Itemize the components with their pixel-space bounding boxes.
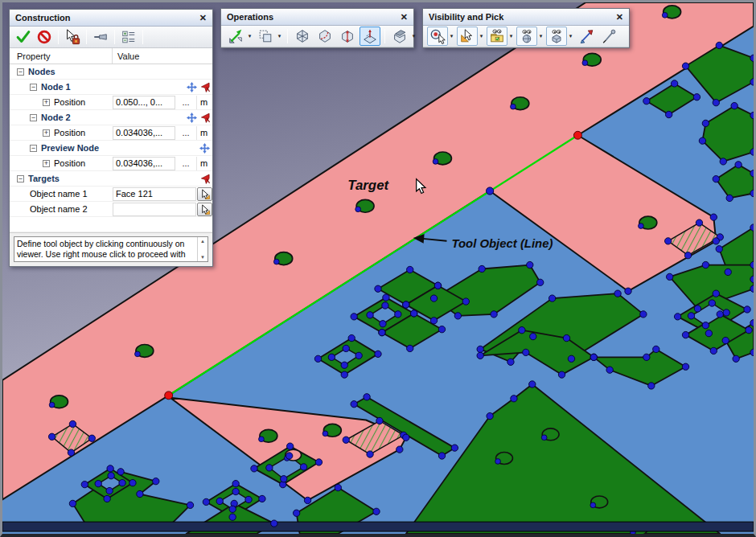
collapse-icon[interactable]: −: [30, 84, 37, 91]
vertex-dot: [341, 371, 347, 378]
value-column-header: Value: [113, 51, 212, 61]
vertex-dot: [403, 434, 409, 441]
collapse-icon[interactable]: −: [17, 68, 24, 76]
move-cross-icon[interactable]: [199, 143, 210, 154]
grid-row-preview-node[interactable]: −Preview Node: [10, 141, 212, 156]
pick-lock-icon[interactable]: [62, 27, 83, 47]
direction-arrow-icon[interactable]: [576, 27, 597, 46]
vertex-dot: [625, 288, 631, 294]
row-label: Node 2: [41, 113, 71, 122]
vertex-dot: [643, 354, 650, 360]
vertex-dot: [430, 295, 437, 301]
construction-titlebar[interactable]: Construction ✕: [10, 10, 212, 27]
grid-row-node-1[interactable]: −Node 1: [10, 80, 212, 95]
hint-box: Define tool object by clicking continuou…: [14, 236, 208, 262]
vertex-dot: [335, 484, 341, 490]
vertex-dot: [314, 355, 321, 362]
vertex-dot: [95, 481, 101, 487]
collapse-icon[interactable]: −: [30, 145, 37, 152]
shell-tool-icon[interactable]: [389, 27, 410, 46]
folder-visibility-icon[interactable]: [487, 27, 507, 46]
grid-row-position[interactable]: +Position0.050..., 0......m: [10, 95, 212, 110]
hint-scrollbar[interactable]: ▲ ▼: [197, 237, 207, 261]
close-icon[interactable]: ✕: [615, 12, 624, 23]
vertex-dot: [750, 261, 754, 268]
show-solid-dropdown-icon[interactable]: ▾: [567, 27, 574, 46]
close-icon[interactable]: ✕: [199, 13, 207, 23]
vertex-dot: [383, 294, 389, 301]
scroll-up-icon[interactable]: ▲: [200, 239, 205, 244]
close-icon[interactable]: ✕: [400, 12, 409, 23]
expand-icon[interactable]: +: [43, 129, 50, 137]
vertex-dot: [725, 268, 731, 275]
ellipsis-cell[interactable]: ...: [175, 158, 196, 168]
zoom-pick-icon[interactable]: [427, 27, 448, 46]
blend-tool-icon[interactable]: [314, 27, 335, 46]
pick-arrow-icon[interactable]: [199, 82, 210, 92]
show-body-icon[interactable]: [516, 27, 537, 46]
value-cell[interactable]: 0.034036,...: [113, 126, 175, 140]
vertex-dot: [479, 265, 485, 272]
pick-mode-dropdown-icon[interactable]: ▾: [478, 27, 485, 46]
grid-row-position[interactable]: +Position0.034036,......m: [10, 156, 212, 171]
show-body-dropdown-icon[interactable]: ▾: [537, 27, 544, 46]
copy-tool-dropdown-icon[interactable]: ▾: [276, 27, 283, 46]
vertex-dot: [693, 94, 700, 100]
shell-tool-dropdown-icon[interactable]: ▾: [410, 27, 417, 46]
pin-panel-icon[interactable]: [90, 27, 111, 47]
object-name-value[interactable]: [113, 203, 196, 216]
vertex-dot: [530, 333, 536, 339]
line-endpoint[interactable]: [165, 391, 173, 400]
vertex-dot: [746, 327, 752, 334]
pick-mode-icon[interactable]: [457, 27, 478, 46]
probe-pin-icon[interactable]: [598, 27, 619, 46]
cancel-icon[interactable]: [34, 27, 55, 47]
copy-tool-icon[interactable]: [255, 27, 276, 46]
pick-arrow-icon[interactable]: [199, 174, 210, 184]
ellipsis-cell[interactable]: ...: [175, 97, 196, 107]
move-cross-icon[interactable]: [187, 82, 197, 92]
grid-row-object-name-1[interactable]: Object name 1Face 121: [10, 187, 212, 202]
expand-icon[interactable]: +: [43, 99, 50, 106]
vertex-dot: [229, 514, 236, 520]
grid-row-position[interactable]: +Position0.034036,......m: [10, 125, 212, 141]
stretch-tool-icon[interactable]: [337, 27, 358, 46]
show-solid-icon[interactable]: [546, 27, 567, 46]
pick-object-button[interactable]: [197, 203, 212, 216]
collapse-icon[interactable]: −: [30, 114, 37, 121]
grid-row-nodes[interactable]: −Nodes: [10, 64, 212, 80]
visibility-titlebar[interactable]: Visibility and Pick ✕: [423, 9, 629, 26]
details-list-icon[interactable]: [118, 27, 139, 47]
object-name-value[interactable]: Face 121: [113, 187, 196, 201]
pick-object-button[interactable]: [197, 187, 212, 201]
value-cell[interactable]: 0.050..., 0...: [113, 96, 175, 109]
expand-icon[interactable]: +: [43, 160, 50, 167]
vertex-dot: [462, 298, 469, 305]
slice-tool-icon[interactable]: [360, 27, 380, 46]
vertex-dot: [750, 285, 754, 292]
ellipsis-cell[interactable]: ...: [175, 128, 196, 137]
collapse-icon[interactable]: −: [17, 175, 24, 182]
move-cross-icon[interactable]: [187, 113, 197, 123]
pick-arrow-icon[interactable]: [199, 113, 210, 123]
line-node[interactable]: [487, 187, 494, 195]
unit-cell: m: [196, 126, 216, 140]
boolean-tool-icon[interactable]: [292, 27, 313, 46]
vertex-dot: [328, 354, 335, 360]
zoom-pick-dropdown-icon[interactable]: ▾: [448, 27, 455, 46]
transform-tool-dropdown-icon[interactable]: ▾: [246, 27, 253, 46]
line-endpoint[interactable]: [573, 131, 581, 139]
folder-visibility-dropdown-icon[interactable]: ▾: [507, 27, 515, 46]
vertex-dot: [511, 396, 517, 402]
value-cell[interactable]: 0.034036,...: [113, 157, 175, 170]
scroll-down-icon[interactable]: ▼: [200, 255, 205, 260]
grid-row-object-name-2[interactable]: Object name 2: [10, 202, 212, 217]
accept-icon[interactable]: [13, 27, 34, 47]
transform-tool-icon[interactable]: [225, 27, 246, 46]
operations-panel: Operations ✕ ▾▾▾: [220, 8, 414, 48]
grid-row-targets[interactable]: −Targets: [10, 171, 212, 187]
grid-row-node-2[interactable]: −Node 2: [10, 110, 212, 125]
tool-object-annotation: Tool Object (Line): [451, 237, 553, 250]
operations-titlebar[interactable]: Operations ✕: [221, 9, 413, 26]
property-column-header: Property: [10, 48, 113, 64]
